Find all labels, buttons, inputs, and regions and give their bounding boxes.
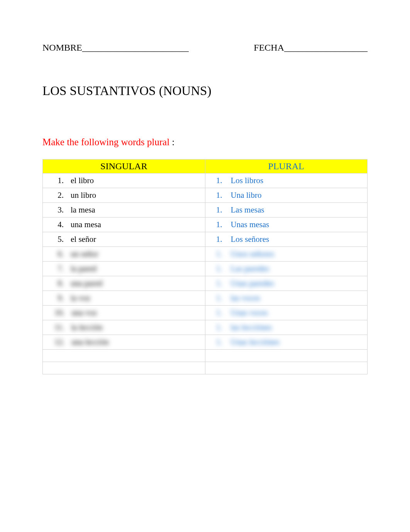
plural-text: Unas mesas xyxy=(225,220,269,229)
singular-cell: 12. una lección xyxy=(43,335,205,350)
singular-cell: 8. una pared xyxy=(43,276,205,291)
singular-text: la voz xyxy=(67,293,90,303)
worksheet-title: LOS SUSTANTIVOS (NOUNS) xyxy=(42,84,368,98)
plural-cell: 1.Los libros xyxy=(205,173,368,188)
plural-text: las lecciónes xyxy=(225,323,272,332)
row-number: 1. xyxy=(215,249,225,259)
instruction-main: Make the following words plural xyxy=(42,137,169,147)
row-number: 10. xyxy=(54,308,68,318)
fecha-blank: __________________ xyxy=(284,42,368,53)
singular-text: el libro xyxy=(67,176,94,185)
nombre-field: NOMBRE _______________________ xyxy=(42,42,189,53)
row-number: 1. xyxy=(215,235,225,244)
plural-text: Unos señores xyxy=(225,249,274,259)
instruction-colon: : xyxy=(169,137,175,147)
plural-text: Unas lecciónes xyxy=(225,337,280,347)
plural-cell: 1.las lecciónes xyxy=(205,320,368,335)
row-number: 1. xyxy=(215,308,225,318)
header-row: NOMBRE _______________________ FECHA ___… xyxy=(42,42,368,53)
table-row: 12. una lección1.Unas lecciónes xyxy=(43,335,368,350)
row-number: 1. xyxy=(215,176,225,185)
row-number: 9. xyxy=(54,293,67,303)
singular-text: una pared xyxy=(67,279,102,288)
singular-cell: 1. el libro xyxy=(43,173,205,188)
row-number: 8. xyxy=(54,279,67,288)
fecha-field: FECHA __________________ xyxy=(254,42,368,53)
row-number: 11. xyxy=(54,323,67,332)
singular-text: una voz xyxy=(68,308,97,318)
singular-cell: 10. una voz xyxy=(43,306,205,320)
plural-header: PLURAL xyxy=(205,160,368,173)
table-row: 11. la lección1.las lecciónes xyxy=(43,320,368,335)
singular-text: un señor xyxy=(67,249,98,259)
singular-text: una lección xyxy=(68,337,108,347)
row-number: 5. xyxy=(54,235,67,244)
table-row: 6. un señor1.Unos señores xyxy=(43,247,368,262)
row-number: 6. xyxy=(54,249,67,259)
empty-row xyxy=(43,350,368,362)
table-container: SINGULAR PLURAL 1. el libro1.Los libros2… xyxy=(42,159,368,374)
plural-text: Unas paredes xyxy=(225,279,274,288)
nombre-blank: _______________________ xyxy=(82,42,189,53)
singular-cell: 6. un señor xyxy=(43,247,205,262)
row-number: 4. xyxy=(54,220,67,229)
singular-text: la mesa xyxy=(67,205,95,215)
singular-cell: 4. una mesa xyxy=(43,218,205,232)
plural-text: las voces xyxy=(225,293,260,303)
table-row: 3. la mesa1.Las mesas xyxy=(43,203,368,218)
plural-text: Los señores xyxy=(225,235,269,244)
table-row: 10. una voz1.Unas voces xyxy=(43,306,368,320)
plural-cell: 1.Unos señores xyxy=(205,247,368,262)
table-row: 1. el libro1.Los libros xyxy=(43,173,368,188)
singular-cell: 3. la mesa xyxy=(43,203,205,218)
plural-cell: 1.Una libro xyxy=(205,188,368,203)
row-number: 2. xyxy=(54,190,67,200)
plural-text: Las mesas xyxy=(225,205,264,215)
row-number: 1. xyxy=(215,190,225,200)
plural-cell: 1.las voces xyxy=(205,291,368,306)
row-number: 12. xyxy=(54,337,68,347)
singular-cell: 9. la voz xyxy=(43,291,205,306)
empty-row xyxy=(43,362,368,374)
nombre-label: NOMBRE xyxy=(42,42,82,53)
table-row: 5. el señor1.Los señores xyxy=(43,232,368,247)
row-number: 3. xyxy=(54,205,67,215)
plural-cell: 1.Las mesas xyxy=(205,203,368,218)
plural-text: Unas voces xyxy=(225,308,268,318)
row-number: 1. xyxy=(215,264,225,274)
plural-text: Una libro xyxy=(225,190,262,200)
singular-header: SINGULAR xyxy=(43,160,205,173)
singular-text: la pared xyxy=(67,264,97,274)
nouns-table: SINGULAR PLURAL 1. el libro1.Los libros2… xyxy=(42,159,368,374)
row-number: 1. xyxy=(215,337,225,347)
plural-cell: 1.Unas mesas xyxy=(205,218,368,232)
singular-cell: 11. la lección xyxy=(43,320,205,335)
singular-text: la lección xyxy=(67,323,102,332)
singular-text: un libro xyxy=(67,190,96,200)
plural-cell: 1.Los señores xyxy=(205,232,368,247)
worksheet-page: NOMBRE _______________________ FECHA ___… xyxy=(0,0,410,374)
plural-cell: 1.Unas voces xyxy=(205,306,368,320)
row-number: 1. xyxy=(215,279,225,288)
plural-text: Las paredes xyxy=(225,264,269,274)
row-number: 1. xyxy=(215,293,225,303)
row-number: 7. xyxy=(54,264,67,274)
plural-cell: 1.Unas lecciónes xyxy=(205,335,368,350)
table-row: 8. una pared1.Unas paredes xyxy=(43,276,368,291)
singular-text: una mesa xyxy=(67,220,101,229)
singular-text: el señor xyxy=(67,235,96,244)
row-number: 1. xyxy=(54,176,67,185)
plural-cell: 1.Unas paredes xyxy=(205,276,368,291)
table-row: 9. la voz1.las voces xyxy=(43,291,368,306)
instruction-text: Make the following words plural : xyxy=(42,137,368,148)
row-number: 1. xyxy=(215,323,225,332)
singular-cell: 2. un libro xyxy=(43,188,205,203)
table-header-row: SINGULAR PLURAL xyxy=(43,160,368,173)
table-row: 2. un libro1.Una libro xyxy=(43,188,368,203)
plural-text: Los libros xyxy=(225,176,264,185)
singular-cell: 7. la pared xyxy=(43,262,205,276)
singular-cell: 5. el señor xyxy=(43,232,205,247)
row-number: 1. xyxy=(215,205,225,215)
fecha-label: FECHA xyxy=(254,42,284,53)
table-row: 7. la pared1.Las paredes xyxy=(43,262,368,276)
